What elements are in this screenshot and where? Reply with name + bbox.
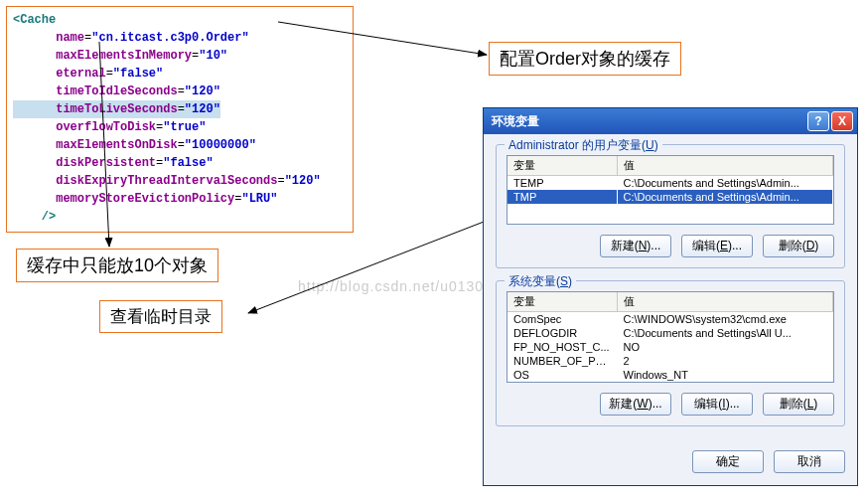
annotation-order-cache: 配置Order对象的缓存: [489, 42, 681, 76]
code-attr-timeToIdleSeconds: timeToIdleSeconds="120": [13, 83, 347, 100]
user-delete-button[interactable]: 删除(D): [763, 235, 834, 257]
user-vars-fieldset: Administrator 的用户变量(U) 变量 值 TEMPC:\Docum…: [496, 144, 845, 268]
table-row[interactable]: OSWindows_NT: [507, 368, 833, 382]
code-attr-diskPersistent: diskPersistent="false": [13, 154, 347, 172]
table-row[interactable]: ComSpecC:\WINDOWS\system32\cmd.exe: [507, 312, 833, 327]
code-attr-overflowToDisk: overflowToDisk="true": [13, 118, 347, 136]
table-row[interactable]: NUMBER_OF_PR...2: [507, 354, 833, 368]
xml-open-tag: <Cache: [13, 13, 56, 27]
system-vars-title: 系统变量(S): [505, 273, 576, 290]
close-button[interactable]: X: [831, 111, 853, 131]
col-header-var[interactable]: 变量: [507, 292, 617, 312]
sys-edit-button[interactable]: 编辑(I)...: [681, 393, 753, 416]
col-header-val[interactable]: 值: [617, 156, 833, 176]
ok-button[interactable]: 确定: [692, 450, 764, 473]
table-row[interactable]: FP_NO_HOST_C...NO: [507, 340, 833, 354]
annotation-temp-dir: 查看临时目录: [99, 300, 222, 333]
table-row[interactable]: TEMPC:\Documents and Settings\Admin...: [507, 176, 833, 191]
system-vars-fieldset: 系统变量(S) 变量 值 ComSpecC:\WINDOWS\system32\…: [496, 280, 845, 426]
dialog-titlebar[interactable]: 环境变量 ? X: [484, 108, 857, 134]
annotation-ten-objects: 缓存中只能放10个对象: [16, 249, 218, 282]
dialog-title-text: 环境变量: [492, 113, 539, 130]
sys-delete-button[interactable]: 删除(L): [763, 393, 834, 416]
code-attr-maxElementsInMemory: maxElementsInMemory="10": [13, 47, 347, 65]
xml-close-tag: />: [42, 210, 56, 224]
help-button[interactable]: ?: [807, 111, 829, 131]
user-edit-button[interactable]: 编辑(E)...: [681, 235, 753, 257]
user-vars-table[interactable]: 变量 值 TEMPC:\Documents and Settings\Admin…: [506, 155, 834, 225]
code-attr-timeToLiveSeconds: timeToLiveSeconds="120": [13, 100, 220, 118]
cancel-button[interactable]: 取消: [774, 450, 845, 473]
code-attr-diskExpiryThreadIntervalSeconds: diskExpiryThreadIntervalSeconds="120": [13, 172, 347, 190]
user-vars-title: Administrator 的用户变量(U): [505, 137, 662, 154]
table-row[interactable]: DEFLOGDIRC:\Documents and Settings\All U…: [507, 326, 833, 340]
col-header-var[interactable]: 变量: [507, 156, 617, 176]
table-row[interactable]: TMPC:\Documents and Settings\Admin...: [507, 190, 833, 204]
code-attr-memoryStoreEvictionPolicy: memoryStoreEvictionPolicy="LRU": [13, 190, 347, 208]
xml-code-block: <Cache name="cn.itcast.c3p0.Order" maxEl…: [6, 6, 354, 233]
system-vars-table[interactable]: 变量 值 ComSpecC:\WINDOWS\system32\cmd.exeD…: [506, 291, 834, 383]
code-attr-maxElementsOnDisk: maxElementsOnDisk="10000000": [13, 136, 347, 154]
col-header-val[interactable]: 值: [617, 292, 833, 312]
user-new-button[interactable]: 新建(N)...: [600, 235, 671, 257]
code-attr-eternal: eternal="false": [13, 65, 347, 83]
code-attr-name: name="cn.itcast.c3p0.Order": [13, 29, 347, 47]
env-vars-dialog: 环境变量 ? X Administrator 的用户变量(U) 变量 值 TEM…: [483, 107, 858, 486]
sys-new-button[interactable]: 新建(W)...: [600, 393, 671, 416]
